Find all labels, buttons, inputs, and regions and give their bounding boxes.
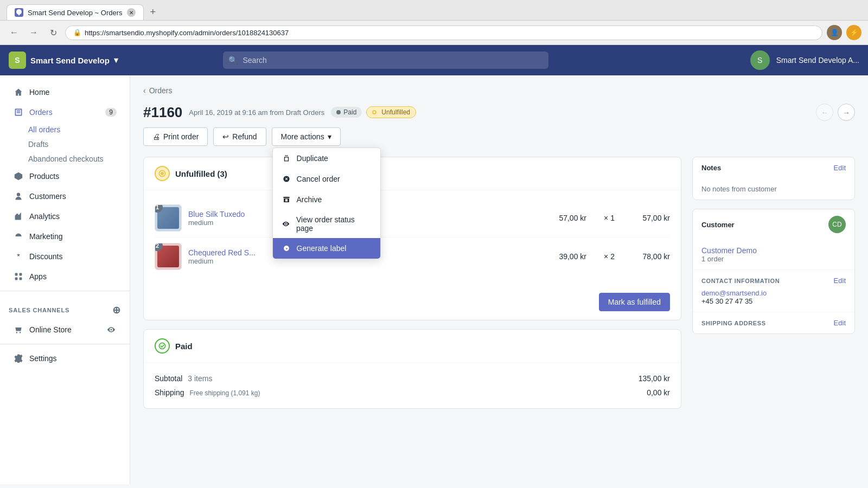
unfulfilled-badge-dot	[372, 110, 376, 114]
customer-avatar: CD	[828, 216, 846, 233]
sidebar-item-discounts[interactable]: Discounts	[4, 247, 125, 266]
notes-edit-button[interactable]: Edit	[834, 164, 846, 172]
refresh-button[interactable]: ↻	[46, 25, 61, 40]
app: S Smart Send Develop ▾ 🔍 S Smart Send De…	[0, 45, 868, 484]
subtotal-label: Subtotal 3 items	[155, 374, 212, 383]
sidebar-subitem-all-orders[interactable]: All orders	[28, 123, 125, 137]
next-order-button[interactable]: →	[838, 104, 855, 121]
dropdown-cancel-label: Cancel order	[297, 175, 340, 183]
breadcrumb[interactable]: ‹ Orders	[143, 86, 855, 95]
customers-icon	[13, 191, 24, 202]
sidebar-item-orders[interactable]: Orders 9	[4, 102, 125, 122]
sidebar-discounts-label: Discounts	[29, 252, 62, 261]
online-store-icon	[13, 324, 24, 335]
chevron-down-icon: ▾	[328, 132, 331, 141]
unfulfilled-card-header: Unfulfilled (3)	[144, 157, 681, 190]
customer-name[interactable]: Customer Demo	[701, 246, 846, 255]
dropdown-item-archive[interactable]: Archive	[273, 189, 380, 210]
more-actions-container: More actions ▾ Duplicate	[272, 127, 341, 146]
brand-name: Smart Send Develop	[30, 56, 110, 65]
prev-order-button[interactable]: ←	[816, 104, 833, 121]
tab-favicon	[15, 8, 23, 17]
notes-title: Notes	[701, 164, 721, 172]
extension-icon-2[interactable]: ⚡	[846, 25, 861, 40]
avatar[interactable]: S	[750, 50, 770, 70]
search-icon: 🔍	[228, 56, 238, 65]
shipping-address-title: SHIPPING ADDRESS	[701, 320, 766, 326]
sales-channels-section: SALES CHANNELS ⊕	[0, 296, 130, 319]
extension-icon-1[interactable]: 👤	[827, 25, 842, 40]
back-button[interactable]: ←	[7, 25, 22, 40]
fulfill-btn-row: Mark as fulfilled	[144, 284, 681, 320]
sidebar-item-marketing[interactable]: Marketing	[4, 227, 125, 246]
contact-edit-button[interactable]: Edit	[834, 277, 846, 285]
sidebar-divider-2	[0, 344, 130, 344]
print-order-button[interactable]: 🖨 Print order	[143, 127, 208, 146]
new-tab-button[interactable]: +	[146, 4, 161, 20]
order-actions: 🖨 Print order ↩ Refund More actions ▾	[143, 127, 855, 146]
subtotal-items: 3 items	[188, 374, 212, 383]
online-store-eye-icon[interactable]	[106, 324, 117, 335]
sales-channels-title: SALES CHANNELS	[9, 307, 69, 313]
sidebar-divider	[0, 291, 130, 291]
brand-logo[interactable]: S Smart Send Develop ▾	[9, 52, 118, 69]
paid-card-header: Paid	[144, 330, 681, 363]
sidebar-item-settings[interactable]: Settings	[4, 349, 125, 368]
more-actions-button[interactable]: More actions ▾	[281, 132, 331, 141]
notes-card-header: Notes Edit	[693, 157, 854, 178]
shipping-row: Shipping Free shipping (1,091 kg) 0,00 k…	[155, 386, 670, 400]
unfulfilled-badge-label: Unfulfilled	[381, 108, 410, 116]
dropdown-archive-label: Archive	[297, 195, 322, 204]
mark-as-fulfilled-button[interactable]: Mark as fulfilled	[599, 293, 670, 311]
main-body: Home Orders 9 All orders Drafts Abandone…	[0, 75, 868, 484]
svg-rect-1	[20, 273, 22, 276]
dropdown-item-view-status[interactable]: View order status page	[273, 210, 380, 238]
sidebar-home-label: Home	[29, 88, 49, 97]
sidebar-item-analytics[interactable]: Analytics	[4, 207, 125, 226]
add-sales-channel-button[interactable]: ⊕	[112, 304, 121, 316]
print-icon: 🖨	[152, 132, 160, 141]
sidebar-item-home[interactable]: Home	[4, 82, 125, 102]
dropdown-item-cancel[interactable]: Cancel order	[273, 169, 380, 189]
topbar: S Smart Send Develop ▾ 🔍 S Smart Send De…	[0, 45, 868, 75]
contact-email[interactable]: demo@smartsend.io	[701, 289, 846, 297]
archive-icon	[282, 195, 291, 204]
tab-close-button[interactable]: ✕	[127, 8, 136, 17]
dropdown-item-duplicate[interactable]: Duplicate	[273, 148, 380, 169]
sidebar-item-products[interactable]: Products	[4, 166, 125, 186]
product-1-qty: × 1	[593, 214, 626, 222]
products-icon	[13, 171, 24, 182]
svg-point-6	[159, 343, 165, 349]
unfulfilled-section-title: Unfulfilled (3)	[175, 169, 227, 178]
address-bar[interactable]: 🔒 https://smartsendio.myshopify.com/admi…	[65, 25, 822, 40]
customer-card-body: Customer Demo 1 order	[693, 240, 854, 269]
sidebar-item-customers[interactable]: Customers	[4, 187, 125, 206]
unfulfilled-card: Unfulfilled (3) 1	[143, 157, 681, 320]
sidebar-analytics-label: Analytics	[29, 212, 60, 221]
view-status-icon	[282, 219, 291, 229]
order-meta: April 16, 2019 at 9:16 am from Draft Ord…	[189, 108, 324, 117]
sidebar-item-apps[interactable]: Apps	[4, 267, 125, 286]
sidebar-item-online-store[interactable]: Online Store	[4, 320, 125, 339]
notes-card: Notes Edit No notes from customer	[692, 157, 855, 200]
product-1-total: 57,00 kr	[632, 214, 670, 222]
svg-point-5	[161, 172, 163, 175]
two-column-layout: Unfulfilled (3) 1	[143, 157, 855, 409]
sidebar-subitem-abandoned[interactable]: Abandoned checkouts	[28, 152, 125, 166]
unfulfilled-badge-wrapper: Unfulfilled	[366, 106, 416, 118]
dropdown-item-generate-label[interactable]: Generate label	[273, 238, 380, 259]
settings-icon	[13, 353, 24, 364]
sidebar-customers-label: Customers	[29, 192, 66, 201]
shipping-label: Shipping Free shipping (1,091 kg)	[155, 388, 260, 397]
sidebar-subitem-drafts[interactable]: Drafts	[28, 137, 125, 151]
svg-rect-2	[15, 278, 18, 280]
refund-button[interactable]: ↩ Refund	[213, 127, 266, 146]
product-row: 2 Chequered Red S... medium 39,00 kr	[155, 237, 670, 275]
forward-button[interactable]: →	[26, 25, 41, 40]
search-input[interactable]	[223, 52, 548, 69]
url-text: https://smartsendio.myshopify.com/admin/…	[85, 29, 289, 37]
discounts-icon	[13, 251, 24, 262]
active-tab[interactable]: Smart Send Develop ~ Orders ✕	[7, 4, 144, 20]
shipping-edit-button[interactable]: Edit	[834, 319, 846, 327]
contact-phone: +45 30 27 47 35	[701, 297, 846, 305]
